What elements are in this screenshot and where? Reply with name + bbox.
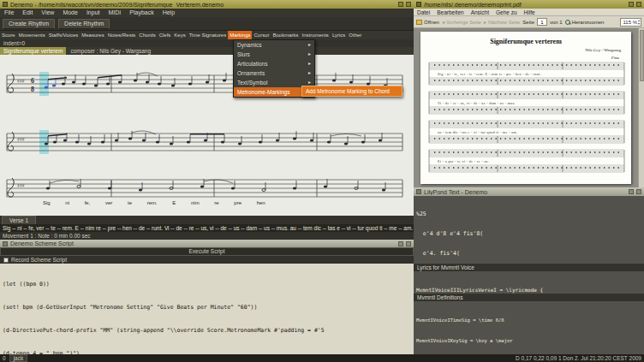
delete-rhythm-button[interactable]: Delete Rhythm (58, 19, 110, 29)
key-signature: ♯♯♯ (17, 78, 25, 84)
page-number-input[interactable] (537, 18, 547, 26)
pdf-score-title: Signiferumque verterem (420, 38, 631, 45)
pdf-page: Signiferumque verterem Nils Gey - Wargsa… (420, 32, 631, 184)
open-button[interactable]: Öffnen (416, 20, 439, 25)
menu-item-slurs[interactable]: Slurs▸ (234, 50, 314, 59)
pdf-toolbar: Öffnen ◂ Vorherige Seite ▸ Nächste Seite… (414, 16, 644, 28)
menu-notes-rests[interactable]: Notes/Rests (106, 31, 138, 39)
menu-instruments[interactable]: Instruments (301, 31, 331, 39)
menu-measures[interactable]: Measures (80, 31, 105, 39)
page-label: Seite (522, 20, 534, 25)
menu-bookmarks[interactable]: Bookmarks (271, 31, 301, 39)
close-button[interactable] (636, 2, 641, 7)
menu-playback[interactable]: Playback (125, 9, 158, 17)
scheme-script-titlebar[interactable]: Denemo Scheme Script (0, 240, 414, 247)
tab-verse-1[interactable]: Verse 1 (2, 216, 36, 224)
close-button[interactable] (406, 2, 411, 7)
menu-time-signatures[interactable]: Time Signatures (188, 31, 228, 39)
lyrics-pane-line: MvmntIVoiceIIILyricsVerseI = \lyricmode … (416, 287, 641, 294)
lilypond-text-view[interactable]: %25 e'4 d'8 e'4 fis'8( e'4. fis'4( d' d'… (414, 196, 644, 264)
menu-hilfe[interactable]: Hilfe (521, 9, 539, 16)
scheme-script-editor[interactable]: (let ((bpm 0)) (set! bpm (d-GetUserInput… (0, 264, 414, 354)
menu-other[interactable]: Other (347, 31, 363, 39)
menu-chords[interactable]: Chords (137, 31, 157, 39)
menu-item-ornaments[interactable]: Ornaments▸ (234, 68, 314, 78)
close-button[interactable] (406, 241, 411, 246)
menu-gehe-zu[interactable]: Gehe zu (492, 9, 521, 16)
record-script-checkbox[interactable] (3, 258, 9, 263)
movement-statusline: Movement 1 : Note : 0 min 0.00 sec (0, 232, 414, 240)
lilypond-titlebar[interactable]: LilyPond Text - Denemo (414, 187, 644, 196)
script-line: (d-DirectivePut-chord-prefix "MM" (strin… (3, 327, 411, 335)
menu-input[interactable]: Input (82, 9, 104, 17)
menu-file[interactable]: File (0, 9, 18, 17)
record-script-row: Record Scheme Script (0, 256, 414, 264)
lyrics-pane-body[interactable]: MvmntIVoiceIIILyricsVerseI = \lyricmode … (414, 271, 644, 294)
previous-page-button[interactable]: ◂ Vorherige Seite (442, 19, 481, 25)
menu-staffs-voices[interactable]: Staffs/Voices (47, 31, 80, 39)
definition-line: MvmntIVoiceITimeSig = \time 6/8 (416, 317, 641, 323)
menu-ansicht[interactable]: Ansicht (468, 9, 492, 16)
close-button[interactable] (636, 189, 641, 194)
statusbar-clock: D 0,17 0,22 0,09 1 Don 2. Jul 21:20:20 C… (516, 355, 641, 361)
maximize-button[interactable] (398, 241, 403, 246)
menu-lyrics[interactable]: Lyrics (331, 31, 347, 39)
maximize-button[interactable] (398, 2, 403, 7)
score-notation-svg: ♯♯♯ 6 8 (0, 55, 414, 216)
spinner-arrows-icon[interactable]: ▴▾ (638, 19, 640, 26)
menu-item-articulations[interactable]: Articulations▸ (234, 59, 314, 68)
pdf-lyrics-line: Sig - ni - fe, ver - te - rem. E - nim r… (438, 72, 624, 77)
pdf-document-area[interactable]: Signiferumque verterem Nils Gey - Wargsa… (414, 28, 644, 187)
menu-edit[interactable]: Edit (18, 9, 37, 17)
score-title[interactable]: Signiferumque verterem (0, 47, 66, 55)
maximize-button[interactable] (629, 2, 634, 7)
window-menu-icon[interactable] (3, 241, 8, 246)
menu-mode[interactable]: Mode (58, 9, 82, 17)
zoom-in-button[interactable]: Heranzoomen (565, 20, 605, 25)
window-menu-icon[interactable] (416, 2, 421, 7)
window-menu-icon[interactable] (3, 2, 8, 7)
window-menu-icon[interactable] (416, 189, 421, 194)
execute-script-button[interactable]: Execute Script (0, 247, 414, 256)
menu-datei[interactable]: Datei (414, 9, 433, 16)
record-script-label: Record Scheme Script (11, 256, 67, 264)
pdf-lyrics-line: Vi - de - re - us, vi - de - us - dam - … (438, 101, 624, 106)
definitions-pane-header[interactable]: MvmntI Definitions (414, 294, 644, 301)
submenu-arrow-icon: ▸ (308, 59, 311, 68)
staff-system-2: ♯♯♯ (7, 130, 402, 154)
scrollbar-thumb[interactable] (640, 30, 644, 81)
menu-view[interactable]: View (37, 9, 58, 17)
menu-keys[interactable]: Keys (172, 31, 187, 39)
menu-score[interactable]: Score (0, 31, 17, 39)
maximize-button[interactable] (629, 189, 634, 194)
arrow-left-icon: ◂ (442, 19, 444, 25)
menu-bearbeiten[interactable]: Bearbeiten (433, 9, 467, 16)
arrow-right-icon: ▸ (484, 19, 486, 25)
workspace-indicator[interactable]: 0 (3, 355, 6, 361)
submenu-arrow-icon: ▸ (308, 50, 311, 59)
menu-item-add-metronome-marking[interactable]: Add Metronome Marking to Chord (302, 86, 402, 96)
menu-help[interactable]: Help (158, 9, 179, 17)
lyrics-pane-header[interactable]: Lyrics for MvmntI Voice (414, 264, 644, 271)
desktop: Denemo - /home/nils/wacot/svn/denemo/200… (0, 0, 644, 362)
script-line: (let ((bpm 0)) (3, 281, 411, 288)
menu-markings[interactable]: Markings (228, 31, 252, 39)
score-canvas[interactable]: ♯♯♯ 6 8 (0, 55, 414, 216)
menu-midi[interactable]: MIDI (104, 9, 125, 17)
statusbar-app-label[interactable]: jack (9, 354, 28, 362)
indent-indicator: indent=0 (0, 39, 414, 47)
denemo-titlebar[interactable]: Denemo - /home/nils/wacot/svn/denemo/200… (0, 0, 414, 9)
definitions-pane-body[interactable]: MvmntIVoiceITimeSig = \time 6/8 MvmntIVo… (414, 301, 644, 354)
menu-item-dynamics[interactable]: Dynamics▸ (234, 40, 314, 50)
pdf-score-composer: Nils Gey - Wargsang (585, 48, 621, 52)
menu-cursor[interactable]: Cursor (252, 31, 271, 39)
zoom-level-spinner[interactable]: 115 % ▴▾ (620, 18, 641, 27)
menu-clefs[interactable]: Clefs (158, 31, 173, 39)
time-signature-lower: 8 (31, 86, 34, 93)
pdf-scrollbar[interactable] (638, 28, 644, 187)
create-rhythm-button[interactable]: Create Rhythm (3, 19, 55, 29)
next-page-button[interactable]: ▸ Nächste Seite (484, 19, 520, 25)
pdf-titlebar[interactable]: /home/nils/.denemo/denemoprint.pdf (414, 0, 644, 9)
lyrics-editor[interactable]: Sig -- ni -- fe, ver -- te -- rem. E -- … (0, 224, 414, 232)
menu-movements[interactable]: Movements (17, 31, 47, 39)
